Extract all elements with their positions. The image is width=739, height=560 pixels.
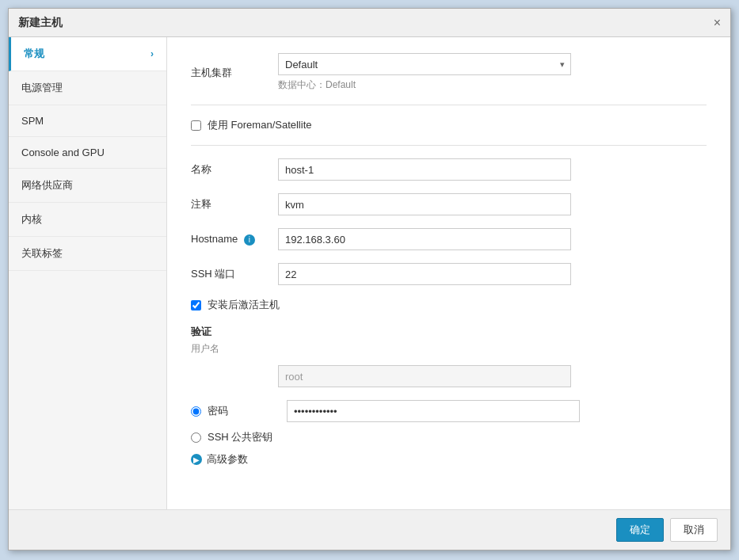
hostname-value [278, 228, 707, 250]
sidebar-item-label-kernel: 内核 [21, 212, 42, 227]
host-cluster-row: 主机集群 Default ▾ 数据中心：Default [191, 53, 707, 92]
activate-checkbox-row: 安装后激活主机 [191, 298, 707, 312]
host-cluster-select[interactable]: Default [278, 53, 571, 75]
hostname-label: Hostname i [191, 233, 278, 246]
sidebar-item-console[interactable]: Console and GPU [9, 137, 166, 169]
hostname-input[interactable] [278, 228, 571, 250]
sidebar-item-label-power: 电源管理 [21, 81, 63, 95]
dialog: 新建主机 × 常规 › 电源管理 SPM Console and GPU [8, 8, 731, 550]
sidebar-item-label-network: 网络供应商 [21, 178, 73, 192]
ssh-key-radio-row: SSH 公共密钥 [191, 430, 707, 444]
activate-checkbox-label[interactable]: 安装后激活主机 [208, 298, 280, 312]
password-radio[interactable] [191, 406, 201, 417]
sidebar-item-kernel[interactable]: 内核 [9, 203, 166, 237]
chevron-right-icon: › [150, 48, 154, 59]
comment-value [278, 193, 707, 215]
sidebar-item-tags[interactable]: 关联标签 [9, 237, 166, 271]
ssh-port-value [278, 263, 707, 285]
username-value [278, 365, 707, 387]
activate-checkbox[interactable] [191, 300, 201, 310]
advanced-label: 高级参数 [207, 452, 248, 467]
sidebar-item-spm[interactable]: SPM [9, 105, 166, 137]
confirm-button[interactable]: 确定 [616, 518, 664, 542]
password-radio-row: 密码 [191, 400, 707, 422]
comment-label: 注释 [191, 197, 278, 211]
dialog-header: 新建主机 × [9, 9, 730, 37]
hostname-row: Hostname i [191, 228, 707, 250]
username-input[interactable] [278, 365, 571, 387]
foreman-checkbox-row: 使用 Foreman/Satellite [191, 118, 707, 132]
foreman-checkbox-label[interactable]: 使用 Foreman/Satellite [208, 118, 312, 132]
dialog-overlay: 新建主机 × 常规 › 电源管理 SPM Console and GPU [0, 0, 739, 560]
dialog-title: 新建主机 [18, 16, 63, 30]
dialog-body: 常规 › 电源管理 SPM Console and GPU 网络供应商 内核 [9, 37, 730, 509]
sidebar-item-power[interactable]: 电源管理 [9, 71, 166, 105]
foreman-checkbox[interactable] [191, 120, 201, 131]
advanced-row[interactable]: ▶ 高级参数 [191, 452, 707, 467]
username-label: 用户名 [191, 342, 707, 356]
sidebar-item-label-spm: SPM [21, 115, 44, 127]
password-input[interactable] [287, 400, 580, 422]
ssh-port-label: SSH 端口 [191, 267, 278, 281]
main-content: 主机集群 Default ▾ 数据中心：Default [167, 37, 730, 509]
advanced-expand-icon: ▶ [191, 454, 202, 465]
password-value [287, 400, 707, 422]
name-label: 名称 [191, 162, 278, 177]
host-cluster-select-wrapper: Default ▾ [278, 53, 571, 75]
ssh-key-radio-label[interactable]: SSH 公共密钥 [208, 430, 287, 444]
close-button[interactable]: × [714, 17, 721, 29]
password-radio-label[interactable]: 密码 [208, 404, 287, 418]
comment-row: 注释 [191, 193, 707, 215]
host-cluster-value: Default ▾ 数据中心：Default [278, 53, 707, 92]
ssh-key-radio[interactable] [191, 432, 201, 443]
sidebar-item-label-general: 常规 [24, 47, 44, 61]
cancel-button[interactable]: 取消 [670, 518, 718, 542]
sidebar: 常规 › 电源管理 SPM Console and GPU 网络供应商 内核 [9, 37, 167, 509]
name-value [278, 158, 707, 181]
host-cluster-label: 主机集群 [191, 66, 278, 80]
hostname-info-icon[interactable]: i [244, 234, 255, 246]
dialog-footer: 确定 取消 [9, 509, 730, 550]
username-row [191, 365, 707, 387]
sidebar-item-label-console: Console and GPU [21, 147, 105, 158]
name-input[interactable] [278, 158, 571, 181]
sidebar-item-network[interactable]: 网络供应商 [9, 169, 166, 203]
auth-section-title: 验证 [191, 325, 707, 339]
datacenter-hint: 数据中心：Default [278, 78, 707, 92]
sidebar-item-label-tags: 关联标签 [21, 246, 63, 261]
ssh-port-row: SSH 端口 [191, 263, 707, 285]
divider-1 [191, 105, 707, 105]
comment-input[interactable] [278, 193, 571, 215]
sidebar-item-general[interactable]: 常规 › [9, 37, 166, 71]
divider-2 [191, 145, 707, 146]
auth-section: 验证 用户名 密码 [191, 325, 707, 467]
name-row: 名称 [191, 158, 707, 181]
ssh-port-input[interactable] [278, 263, 571, 285]
